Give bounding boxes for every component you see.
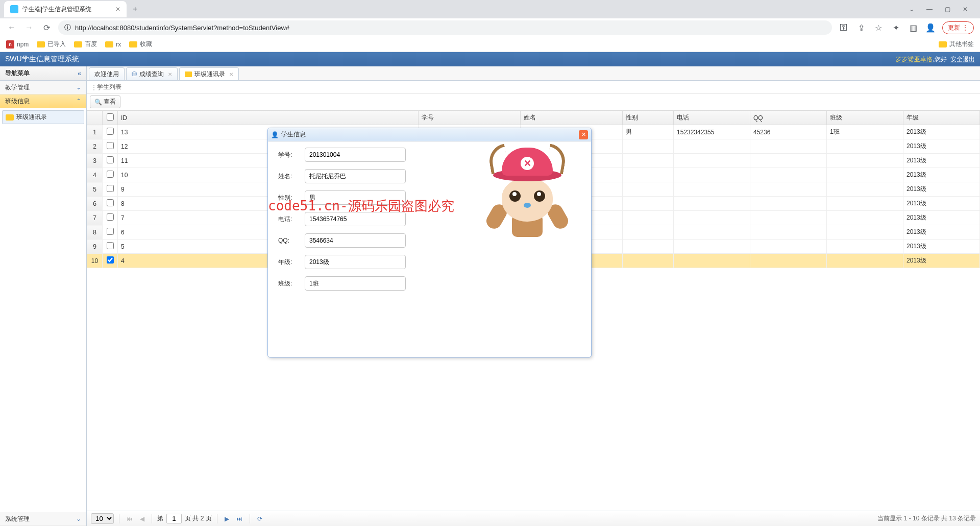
tab-welcome[interactable]: 欢迎使用 bbox=[89, 67, 125, 80]
tab-class-contacts[interactable]: 班级通讯录✕ bbox=[179, 67, 239, 80]
bookmark-imported[interactable]: 已导入 bbox=[37, 40, 66, 49]
row-checkbox[interactable] bbox=[107, 185, 114, 192]
window-close-icon[interactable]: ✕ bbox=[963, 6, 968, 13]
cell-qq bbox=[750, 182, 827, 197]
collapse-sidebar-icon[interactable]: « bbox=[78, 70, 81, 77]
cell-phone bbox=[674, 211, 750, 225]
cell-qq bbox=[750, 240, 827, 254]
sidebar-item-class-contacts[interactable]: 班级通讯录 bbox=[2, 110, 84, 124]
cell-class bbox=[827, 211, 903, 225]
col-id[interactable]: ID bbox=[118, 111, 419, 125]
cell-grade: 2013级 bbox=[903, 125, 980, 139]
bookmark-star-icon[interactable]: ☆ bbox=[873, 23, 884, 33]
window-minimize-icon[interactable]: — bbox=[926, 6, 933, 13]
tab-score-query[interactable]: ⛁成绩查询✕ bbox=[126, 67, 178, 80]
select-all-checkbox[interactable] bbox=[107, 113, 114, 121]
cell-class bbox=[827, 154, 903, 168]
cell-sex bbox=[623, 225, 674, 240]
row-checkbox[interactable] bbox=[107, 242, 114, 249]
sidebar-cat-system[interactable]: 系统管理⌄ bbox=[0, 512, 86, 526]
row-checkbox[interactable] bbox=[107, 142, 114, 149]
col-name[interactable]: 姓名 bbox=[521, 111, 623, 125]
bookmark-rx[interactable]: rx bbox=[105, 41, 121, 48]
input-sex[interactable] bbox=[305, 190, 406, 205]
page-next-icon[interactable]: ▶ bbox=[223, 515, 231, 522]
page-size-select[interactable]: 10 bbox=[91, 513, 114, 524]
url-text: http://localhost:8080/studentinfo/System… bbox=[75, 24, 289, 32]
cell-grade: 2013级 bbox=[903, 254, 980, 268]
dialog-titlebar[interactable]: 👤 学生信息 ✕ bbox=[268, 128, 591, 141]
view-button[interactable]: 🔍查看 bbox=[90, 95, 120, 108]
page-last-icon[interactable]: ⏭ bbox=[234, 515, 244, 522]
input-phone[interactable] bbox=[305, 212, 406, 226]
list-header: ⋮⋮ 学生列表 bbox=[87, 81, 980, 94]
current-user-link[interactable]: 罗罗诺亚卓洛 bbox=[896, 56, 933, 63]
window-maximize-icon[interactable]: ▢ bbox=[945, 6, 950, 13]
col-grade[interactable]: 年级 bbox=[903, 111, 980, 125]
student-info-dialog: 👤 学生信息 ✕ 学号: 姓名: 性别: 电话: QQ: 年级: 班级: bbox=[267, 128, 592, 357]
bookmark-baidu[interactable]: 百度 bbox=[74, 40, 97, 49]
label-phone: 电话: bbox=[278, 215, 300, 224]
update-button[interactable]: 更新⋮ bbox=[942, 21, 974, 34]
content-tabs: 欢迎使用 ⛁成绩查询✕ 班级通讯录✕ bbox=[87, 66, 980, 81]
page-number-input[interactable] bbox=[166, 514, 182, 523]
caret-down-icon[interactable]: ⌄ bbox=[909, 6, 914, 13]
address-bar[interactable]: ⓘ http://localhost:8080/studentinfo/Syst… bbox=[58, 20, 832, 35]
input-sno[interactable] bbox=[305, 148, 406, 162]
cell-sex bbox=[623, 197, 674, 211]
cell-sex bbox=[623, 211, 674, 225]
cell-qq bbox=[750, 168, 827, 182]
col-qq[interactable]: QQ bbox=[750, 111, 827, 125]
col-class[interactable]: 班级 bbox=[827, 111, 903, 125]
cell-sex bbox=[623, 240, 674, 254]
col-sex[interactable]: 性别 bbox=[623, 111, 674, 125]
row-checkbox[interactable] bbox=[107, 256, 114, 264]
cell-grade: 2013级 bbox=[903, 168, 980, 182]
sidebar-cat-class[interactable]: 班级信息⌃ bbox=[0, 94, 86, 108]
tab-close-icon[interactable]: ✕ bbox=[168, 71, 172, 77]
input-grade[interactable] bbox=[305, 255, 406, 269]
cell-rownum: 3 bbox=[87, 154, 103, 168]
cell-qq bbox=[750, 225, 827, 240]
row-checkbox[interactable] bbox=[107, 171, 114, 178]
nav-back-icon[interactable]: ← bbox=[6, 23, 17, 32]
key-icon[interactable]: ⚿ bbox=[838, 23, 849, 32]
cell-rownum: 7 bbox=[87, 211, 103, 225]
site-info-icon[interactable]: ⓘ bbox=[64, 23, 71, 32]
reading-list-icon[interactable]: ▥ bbox=[908, 23, 919, 33]
sidebar-cat-teaching[interactable]: 教学管理⌄ bbox=[0, 81, 86, 94]
bookmark-other[interactable]: 其他书签 bbox=[939, 40, 974, 49]
page-refresh-icon[interactable]: ⟳ bbox=[255, 515, 264, 522]
bookmark-fav[interactable]: 收藏 bbox=[129, 40, 152, 49]
input-class[interactable] bbox=[305, 276, 406, 291]
col-phone[interactable]: 电话 bbox=[674, 111, 750, 125]
input-qq[interactable] bbox=[305, 233, 406, 248]
cell-grade: 2013级 bbox=[903, 182, 980, 197]
label-class: 班级: bbox=[278, 279, 300, 288]
share-icon[interactable]: ⇪ bbox=[855, 23, 867, 33]
input-name[interactable] bbox=[305, 169, 406, 183]
nav-forward-icon[interactable]: → bbox=[23, 23, 35, 32]
extensions-icon[interactable]: ✦ bbox=[890, 23, 901, 33]
tab-close-icon[interactable]: ✕ bbox=[115, 6, 120, 13]
row-checkbox[interactable] bbox=[107, 213, 114, 221]
row-checkbox[interactable] bbox=[107, 228, 114, 235]
row-checkbox[interactable] bbox=[107, 199, 114, 206]
row-checkbox[interactable] bbox=[107, 156, 114, 163]
logout-link[interactable]: 安全退出 bbox=[950, 56, 975, 63]
dialog-close-button[interactable]: ✕ bbox=[579, 130, 588, 139]
profile-icon[interactable]: 👤 bbox=[925, 23, 936, 33]
cell-rownum: 4 bbox=[87, 168, 103, 182]
new-tab-button[interactable]: + bbox=[127, 5, 143, 14]
folder-icon bbox=[6, 114, 14, 121]
browser-tab[interactable]: 学生端|学生信息管理系统 ✕ bbox=[4, 1, 127, 17]
bookmark-npm[interactable]: nnpm bbox=[6, 40, 29, 49]
page-prev-icon[interactable]: ◀ bbox=[138, 515, 146, 522]
cell-class bbox=[827, 225, 903, 240]
nav-reload-icon[interactable]: ⟳ bbox=[41, 23, 52, 33]
page-first-icon[interactable]: ⏮ bbox=[125, 515, 135, 522]
cell-sex bbox=[623, 254, 674, 268]
tab-close-icon[interactable]: ✕ bbox=[229, 71, 233, 77]
col-sno[interactable]: 学号 bbox=[419, 111, 521, 125]
row-checkbox[interactable] bbox=[107, 128, 114, 135]
